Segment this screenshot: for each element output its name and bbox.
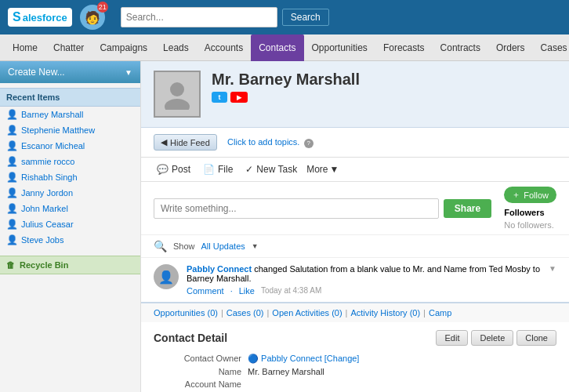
clone-button[interactable]: Clone xyxy=(516,330,556,346)
app-header: Salesforce 🧑 21 Search xyxy=(0,0,569,34)
nav-forecasts[interactable]: Forecasts xyxy=(375,34,433,61)
sidebar: Create New... ▼ Recent Items 👤 Barney Ma… xyxy=(0,61,141,392)
contact-detail-section: Contact Detail Edit Delete Clone Contact… xyxy=(141,322,569,392)
detail-table: Contact Owner 🔵 Pabbly Connect [Change] … xyxy=(154,354,556,392)
person-icon: 👤 xyxy=(6,125,18,136)
search-input[interactable] xyxy=(121,7,277,27)
search-small-icon: 🔍 xyxy=(154,240,167,252)
owner-value: 🔵 Pabbly Connect [Change] xyxy=(248,354,556,364)
activity-avatar: 👤 xyxy=(154,264,179,289)
social-icons: t ▶ xyxy=(212,92,556,103)
followers-label: Followers xyxy=(504,208,544,217)
file-icon: 📄 xyxy=(203,164,215,175)
nav-cases[interactable]: Cases xyxy=(533,34,569,61)
activity-time: Today at 4:38 AM xyxy=(261,286,321,296)
show-label: Show xyxy=(173,241,195,251)
follow-button[interactable]: ＋ Follow xyxy=(504,187,556,203)
nav-home[interactable]: Home xyxy=(5,34,45,61)
recycle-bin-icon: 🗑 xyxy=(6,260,15,270)
separator: · xyxy=(230,286,233,296)
person-icon: 👤 xyxy=(6,172,18,183)
sidebar-recent-item[interactable]: 👤 sammie rocco xyxy=(0,154,140,169)
contact-header: Mr. Barney Marshall t ▶ xyxy=(141,61,569,128)
action-bar: 💬 Post 📄 File ✓ New Task More ▼ xyxy=(141,158,569,182)
more-button[interactable]: More ▼ xyxy=(306,164,339,175)
post-button[interactable]: 💬 Post xyxy=(154,162,194,176)
salesforce-logo: Salesforce xyxy=(8,8,72,27)
expand-icon[interactable]: ▼ xyxy=(549,264,556,273)
person-icon: 👤 xyxy=(6,109,18,120)
no-followers-text: No followers. xyxy=(504,220,554,230)
owner-label: Contact Owner xyxy=(154,354,248,364)
activity-content: ▼ Pabbly Connect changed Salutation from… xyxy=(187,264,556,296)
account-value xyxy=(248,379,556,389)
search-button[interactable]: Search xyxy=(282,9,329,26)
sidebar-recent-item[interactable]: 👤 Steve Jobs xyxy=(0,232,140,248)
recent-items-title: Recent Items xyxy=(0,88,140,107)
sidebar-recent-item[interactable]: 👤 Escanor Micheal xyxy=(0,138,140,154)
tab-separator: | xyxy=(266,308,269,318)
tab-cases[interactable]: Cases (0) xyxy=(227,308,264,318)
nav-accounts[interactable]: Accounts xyxy=(197,34,251,61)
name-label: Name xyxy=(154,367,248,376)
edit-button[interactable]: Edit xyxy=(436,330,468,346)
account-label: Account Name xyxy=(154,379,248,389)
activity-area: 👤 ▼ Pabbly Connect changed Salutation fr… xyxy=(141,258,569,302)
delete-button[interactable]: Delete xyxy=(471,330,513,346)
sidebar-recent-item[interactable]: 👤 Barney Marshall xyxy=(0,107,140,122)
tab-activity-history[interactable]: Activity History (0) xyxy=(350,308,420,318)
tab-camp[interactable]: Camp xyxy=(429,308,451,318)
contact-detail-header: Contact Detail Edit Delete Clone xyxy=(154,330,556,346)
tab-opportunities[interactable]: Opportunities (0) xyxy=(154,308,218,318)
youtube-icon[interactable]: ▶ xyxy=(230,92,248,103)
user-avatar[interactable]: 🧑 21 xyxy=(80,5,105,30)
recycle-bin-section[interactable]: 🗑 Recycle Bin xyxy=(0,256,140,274)
sidebar-recent-item[interactable]: 👤 Stephenie Matthew xyxy=(0,122,140,138)
like-link[interactable]: Like xyxy=(239,286,255,296)
share-button[interactable]: Share xyxy=(444,199,491,218)
all-updates-link[interactable]: All Updates xyxy=(201,241,245,251)
nav-chatter[interactable]: Chatter xyxy=(45,34,92,61)
nav-orders[interactable]: Orders xyxy=(488,34,533,61)
bottom-tabs: Opportunities (0) | Cases (0) | Open Act… xyxy=(141,302,569,322)
hide-feed-button[interactable]: ◀ Hide Feed xyxy=(154,134,217,151)
write-something-input[interactable] xyxy=(154,198,439,219)
file-button[interactable]: 📄 File xyxy=(200,162,236,176)
feed-section: ◀ Hide Feed Click to add topics. ? xyxy=(141,128,569,158)
detail-row-owner: Contact Owner 🔵 Pabbly Connect [Change] xyxy=(154,354,556,364)
person-icon: 👤 xyxy=(6,156,18,167)
task-icon: ✓ xyxy=(245,164,253,175)
person-icon: 👤 xyxy=(6,203,18,214)
filter-row: 🔍 Show All Updates ▼ xyxy=(141,235,569,258)
comment-link[interactable]: Comment xyxy=(187,286,224,296)
nav-contracts[interactable]: Contracts xyxy=(433,34,488,61)
new-task-button[interactable]: ✓ New Task xyxy=(242,162,300,176)
twitter-icon[interactable]: t xyxy=(212,92,227,103)
add-topics-link[interactable]: Click to add topics. xyxy=(227,137,299,147)
info-icon[interactable]: ? xyxy=(304,139,313,148)
activity-actor[interactable]: Pabbly Connect xyxy=(187,264,252,274)
dropdown-arrow-icon: ▼ xyxy=(125,68,132,77)
nav-campaigns[interactable]: Campaigns xyxy=(92,34,155,61)
svg-point-1 xyxy=(165,99,190,110)
main-layout: Create New... ▼ Recent Items 👤 Barney Ma… xyxy=(0,61,569,392)
tab-separator: | xyxy=(221,308,223,318)
chevron-down-icon: ▼ xyxy=(330,164,339,175)
owner-icon: 🔵 xyxy=(248,354,259,363)
notification-badge: 21 xyxy=(97,2,108,13)
name-value: Mr. Barney Marshall xyxy=(248,367,556,376)
tab-open-activities[interactable]: Open Activities (0) xyxy=(272,308,342,318)
sidebar-recent-item[interactable]: 👤 Julius Ceasar xyxy=(0,216,140,232)
sidebar-recent-item[interactable]: 👤 Janny Jordon xyxy=(0,185,140,201)
owner-link[interactable]: Pabbly Connect [Change] xyxy=(261,354,359,363)
nav-contacts[interactable]: Contacts xyxy=(251,34,303,61)
sidebar-recent-item[interactable]: 👤 John Markel xyxy=(0,201,140,216)
avatar-silhouette xyxy=(161,78,193,110)
nav-leads[interactable]: Leads xyxy=(155,34,197,61)
create-new-button[interactable]: Create New... ▼ xyxy=(0,61,140,83)
nav-opportunities[interactable]: Opportunities xyxy=(304,34,375,61)
contact-avatar xyxy=(154,71,201,118)
contact-detail-title: Contact Detail xyxy=(154,332,227,344)
activity-actions: Comment · Like Today at 4:38 AM xyxy=(187,286,556,296)
sidebar-recent-item[interactable]: 👤 Rishabh Singh xyxy=(0,169,140,185)
